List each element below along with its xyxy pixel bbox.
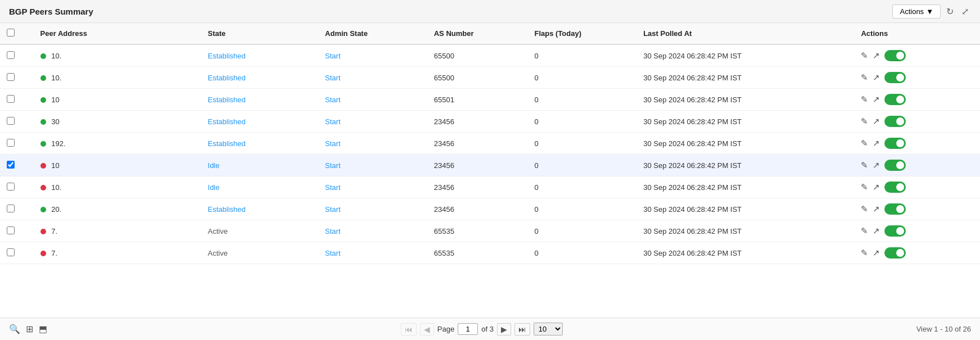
status-dot [40,53,46,59]
admin-state-value: Start [325,161,340,170]
row-checkbox[interactable] [7,205,15,212]
admin-state-cell: Start [318,242,427,264]
chart-icon[interactable]: ↗ [873,248,880,258]
row-actions: ✎ ↗ [861,72,973,83]
row-checkbox[interactable] [7,51,15,59]
polled-at-value: 30 Sep 2024 06:28:42 PM IST [643,161,742,170]
edit-icon[interactable]: ✎ [861,94,868,105]
admin-state-value: Start [325,183,340,192]
toggle-slider [884,203,906,215]
edit-icon[interactable]: ✎ [861,204,868,214]
enable-toggle[interactable] [884,247,906,259]
row-checkbox[interactable] [7,161,15,169]
peer-address-cell: 30 [34,111,201,133]
chart-icon[interactable]: ↗ [873,116,880,126]
row-checkbox[interactable] [7,248,15,256]
enable-toggle[interactable] [884,116,906,127]
actions-button[interactable]: Actions ▼ [892,4,941,19]
expand-button[interactable]: ⤢ [959,5,971,18]
row-checkbox-cell [0,242,34,264]
status-dot [40,97,46,103]
export-icon[interactable]: ⬒ [39,324,47,334]
chart-icon[interactable]: ↗ [873,94,880,105]
chart-icon[interactable]: ↗ [873,51,880,61]
admin-state-cell: Start [318,44,427,67]
footer-left: 🔍 ⊞ ⬒ [9,324,47,334]
row-checkbox-cell [0,220,34,242]
search-icon[interactable]: 🔍 [9,324,20,334]
chart-icon[interactable]: ↗ [873,226,880,236]
peer-address: 10. [51,74,61,82]
polled-at-cell: 30 Sep 2024 06:28:42 PM IST [636,220,854,242]
row-checkbox[interactable] [7,95,15,103]
enable-toggle[interactable] [884,225,906,237]
edit-icon[interactable]: ✎ [861,226,868,236]
peer-address-cell: 10. [34,176,201,198]
state-cell: Established [201,133,319,155]
chart-icon[interactable]: ↗ [873,138,880,148]
flaps-value: 0 [535,227,539,235]
first-page-button[interactable]: ⏮ [401,323,417,336]
peer-address-cell: 10. [34,67,201,89]
peer-address-cell: 10 [34,89,201,111]
polled-at-cell: 30 Sep 2024 06:28:42 PM IST [636,133,854,155]
peer-address-cell: 10 [34,155,201,176]
polled-at-value: 30 Sep 2024 06:28:42 PM IST [643,74,742,82]
chart-icon[interactable]: ↗ [873,160,880,170]
edit-icon[interactable]: ✎ [861,72,868,83]
enable-toggle[interactable] [884,160,906,171]
admin-state-cell: Start [318,220,427,242]
per-page-select[interactable]: 10 25 50 100 [534,323,563,336]
last-page-button[interactable]: ⏭ [514,323,530,336]
row-checkbox[interactable] [7,117,15,125]
next-page-button[interactable]: ▶ [497,323,511,336]
edit-icon[interactable]: ✎ [861,182,868,192]
row-checkbox[interactable] [7,226,15,234]
row-checkbox[interactable] [7,139,15,147]
enable-toggle[interactable] [884,94,906,105]
state-value: Idle [208,183,220,192]
as-number-value: 23456 [434,183,454,192]
as-number-value: 65500 [434,52,454,60]
enable-toggle[interactable] [884,72,906,83]
row-actions: ✎ ↗ [861,182,973,193]
status-dot [40,141,46,147]
peer-address: 10 [51,161,59,170]
enable-toggle[interactable] [884,203,906,215]
row-actions-cell: ✎ ↗ [854,44,980,67]
row-checkbox[interactable] [7,183,15,191]
edit-icon[interactable]: ✎ [861,248,868,258]
row-actions: ✎ ↗ [861,225,973,237]
admin-state-value: Start [325,96,340,104]
edit-icon[interactable]: ✎ [861,138,868,148]
status-dot [40,207,46,212]
page-number-input[interactable] [458,323,478,335]
select-all-checkbox[interactable] [7,29,15,37]
peer-address-cell: 10. [34,44,201,67]
peer-address: 20. [51,205,61,214]
flaps-cell: 0 [528,67,637,89]
peer-address: 7. [51,249,57,257]
enable-toggle[interactable] [884,182,906,193]
prev-page-button[interactable]: ◀ [420,323,434,336]
refresh-button[interactable]: ↻ [944,5,956,18]
enable-toggle[interactable] [884,50,906,61]
enable-toggle[interactable] [884,138,906,149]
edit-icon[interactable]: ✎ [861,51,868,61]
as-number-value: 23456 [434,139,454,148]
page-title: BGP Peers Summary [9,7,93,16]
row-checkbox[interactable] [7,73,15,81]
peer-address-cell: 20. [34,198,201,220]
header-admin: Admin State [318,23,427,44]
admin-state-value: Start [325,117,340,126]
chart-icon[interactable]: ↗ [873,72,880,83]
as-number-value: 23456 [434,205,454,214]
chart-icon[interactable]: ↗ [873,204,880,214]
state-cell: Active [201,242,319,264]
edit-icon[interactable]: ✎ [861,116,868,126]
chart-icon[interactable]: ↗ [873,182,880,192]
table-row: 10. Established Start 65500 0 30 Sep 202… [0,67,980,89]
edit-icon[interactable]: ✎ [861,160,868,170]
polled-at-cell: 30 Sep 2024 06:28:42 PM IST [636,111,854,133]
table-view-icon[interactable]: ⊞ [26,324,33,334]
